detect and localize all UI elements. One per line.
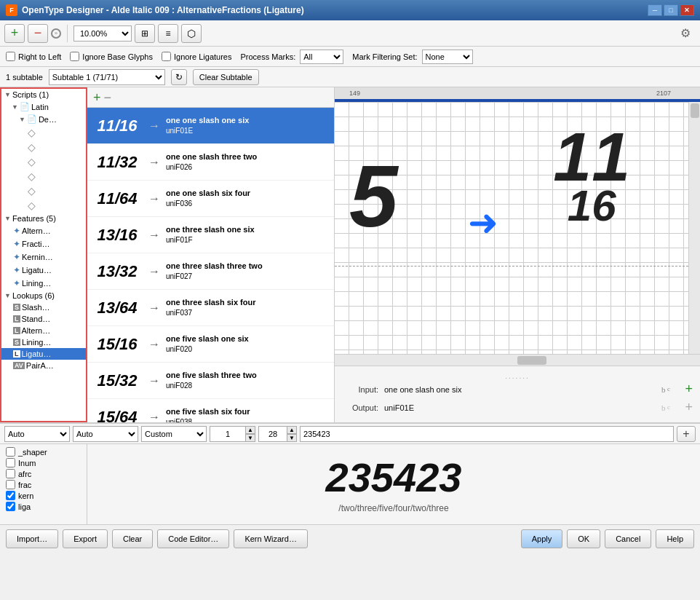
clear-subtable-button[interactable]: Clear Subtable	[193, 69, 259, 85]
bottom-select-1[interactable]: Auto	[4, 426, 70, 442]
rule-item-2[interactable]: 11/64 → one one slash six four uniF036	[87, 181, 334, 217]
checkbox-afrc-input[interactable]	[6, 469, 15, 478]
tree-item-features[interactable]: ▼ Features (5)	[1, 213, 86, 224]
add-rule-button[interactable]: +	[93, 91, 101, 104]
tree-item-sub5[interactable]: ◇	[1, 183, 86, 198]
vertical-scrollbar[interactable]	[688, 102, 700, 354]
ignore-base-glyphs-checkbox[interactable]: Ignore Base Glyphs	[70, 52, 153, 61]
checkbox-inum-input[interactable]	[6, 458, 15, 467]
output-add-button[interactable]: +	[685, 400, 693, 415]
tree-item-lookups[interactable]: ▼ Lookups (6)	[1, 290, 86, 301]
bottom-plus-button[interactable]: +	[677, 426, 696, 442]
tree-item-lining1[interactable]: ✦ Lining…	[1, 277, 86, 290]
tree-item-sub4[interactable]: ◇	[1, 169, 86, 183]
bottom-select-2[interactable]: Auto	[73, 426, 138, 442]
checkbox-frac[interactable]: frac	[6, 480, 81, 489]
remove-rule-button[interactable]: −	[104, 91, 112, 104]
tree-item-sub6[interactable]: ◇	[1, 198, 86, 213]
tree-item-ligatu1[interactable]: ✦ Ligatu…	[1, 264, 86, 277]
remove-toolbar-button[interactable]: −	[28, 24, 48, 43]
tree-item-stand[interactable]: L Stand…	[1, 313, 86, 325]
grid-view-button[interactable]: ⊞	[135, 24, 155, 43]
rule-item-0[interactable]: 11/16 → one one slash one six uniF01E	[87, 108, 334, 144]
checkbox-liga[interactable]: liga	[6, 502, 81, 511]
process-marks-select[interactable]: All	[300, 50, 343, 64]
export-button[interactable]: Export	[63, 529, 108, 548]
apply-button[interactable]: Apply	[521, 529, 563, 548]
tree-item-sub6-icon: ◇	[28, 200, 36, 211]
tree-item-slash[interactable]: S Slash…	[1, 301, 86, 313]
rule-item-1[interactable]: 11/32 → one one slash three two uniF026	[87, 144, 334, 181]
tree-item-lining2[interactable]: S Lining…	[1, 336, 86, 348]
right-to-left-input[interactable]	[6, 52, 15, 61]
spin-down-button[interactable]: ▼	[245, 434, 255, 442]
mark-filtering-select[interactable]: None	[422, 50, 473, 64]
ignore-ligatures-checkbox[interactable]: Ignore Ligatures	[162, 52, 232, 61]
tree-item-sub2[interactable]: ◇	[1, 140, 86, 154]
checkbox-shaper-input[interactable]	[6, 447, 15, 457]
number-spin-down[interactable]: ▼	[287, 434, 297, 442]
tree-item-ligatu2[interactable]: L Ligatu…	[1, 348, 86, 360]
rule-item-3[interactable]: 13/16 → one three slash one six uniF01F	[87, 217, 334, 253]
checkbox-afrc[interactable]: afrc	[6, 469, 81, 478]
rule-item-8[interactable]: 15/64 → one five slash six four uniF038	[87, 399, 334, 422]
ok-button[interactable]: OK	[567, 529, 600, 548]
tree-item-sub1[interactable]: ◇	[1, 125, 86, 140]
list-view-button[interactable]: ≡	[158, 24, 178, 43]
subtable-refresh-button[interactable]: ↻	[171, 69, 187, 85]
spin-up-button[interactable]: ▲	[245, 426, 255, 434]
horizontal-scrollbar-thumb[interactable]	[517, 356, 546, 365]
tree-item-de[interactable]: ▼ 📄 De…	[1, 113, 86, 125]
maximize-button[interactable]: □	[664, 4, 678, 16]
rule-item-7[interactable]: 15/32 → one five slash three two uniF028	[87, 363, 334, 399]
rule-item-5[interactable]: 13/64 → one three slash six four uniF037	[87, 290, 334, 326]
right-to-left-checkbox[interactable]: Right to Left	[6, 52, 61, 61]
checkbox-kern[interactable]: kern	[6, 491, 81, 500]
ignore-ligatures-input[interactable]	[162, 52, 171, 61]
help-button[interactable]: Help	[656, 529, 694, 548]
rule-glyph-1: 11/32	[92, 153, 143, 172]
rule-item-4[interactable]: 13/32 → one three slash three two uniF02…	[87, 253, 334, 290]
settings-button[interactable]: ⚙	[675, 24, 696, 43]
checkbox-liga-input[interactable]	[6, 502, 15, 511]
horizontal-scrollbar[interactable]	[335, 354, 700, 366]
ruler-left-number: 149	[349, 90, 360, 97]
tree-item-scripts[interactable]: ▼ Scripts (1)	[1, 89, 86, 100]
checkbox-kern-input[interactable]	[6, 491, 15, 500]
subtable-select[interactable]: Subtable 1 (71/71)	[49, 69, 165, 85]
subtable-count: 1 subtable	[6, 73, 43, 82]
checkbox-inum[interactable]: Inum	[6, 458, 81, 467]
preview-text-input[interactable]	[300, 426, 674, 442]
more-options-button[interactable]: »	[51, 28, 61, 39]
cancel-button[interactable]: Cancel	[605, 529, 651, 548]
tree-item-fracti[interactable]: ✦ Fracti…	[1, 237, 86, 250]
vertical-scrollbar-thumb[interactable]	[691, 103, 699, 118]
minimize-button[interactable]: ─	[648, 4, 662, 16]
close-button[interactable]: ✕	[680, 4, 694, 16]
tree-item-paira[interactable]: AV PairA…	[1, 360, 86, 371]
input-add-button[interactable]: +	[685, 382, 693, 397]
checkbox-shaper[interactable]: _shaper	[6, 447, 81, 457]
number-spin-up[interactable]: ▲	[287, 426, 297, 434]
tree-item-kernin[interactable]: ✦ Kernin…	[1, 250, 86, 264]
import-button[interactable]: Import…	[6, 529, 58, 548]
ignore-base-glyphs-input[interactable]	[70, 52, 79, 61]
clear-button[interactable]: Clear	[112, 529, 153, 548]
subtable-bar: 1 subtable Subtable 1 (71/71) ↻ Clear Su…	[0, 67, 700, 87]
add-toolbar-button[interactable]: +	[4, 24, 25, 43]
kern-wizard-button[interactable]: Kern Wizard…	[234, 529, 308, 548]
input-value: one one slash one six	[384, 385, 654, 394]
number-spin-input[interactable]	[258, 426, 287, 442]
rule-item-6[interactable]: 15/16 → one five slash one six uniF020	[87, 326, 334, 363]
tree-item-altern2[interactable]: L Altern…	[1, 325, 86, 336]
bottom-select-3[interactable]: Custom	[141, 426, 207, 442]
zoom-select[interactable]: 10.00% 25% 50% 100%	[73, 25, 132, 42]
cursor-button[interactable]: ⬡	[181, 24, 202, 43]
tree-item-sub3[interactable]: ◇	[1, 154, 86, 169]
tree-item-latin[interactable]: ▼ 📄 Latin	[1, 100, 86, 113]
spin-input[interactable]	[210, 426, 246, 442]
tree-item-altern[interactable]: ✦ Altern…	[1, 224, 86, 237]
code-editor-button[interactable]: Code Editor…	[157, 529, 229, 548]
checkbox-frac-input[interactable]	[6, 480, 15, 489]
window-title: OpenType Designer - Alde Italic 009 : Al…	[22, 5, 643, 15]
